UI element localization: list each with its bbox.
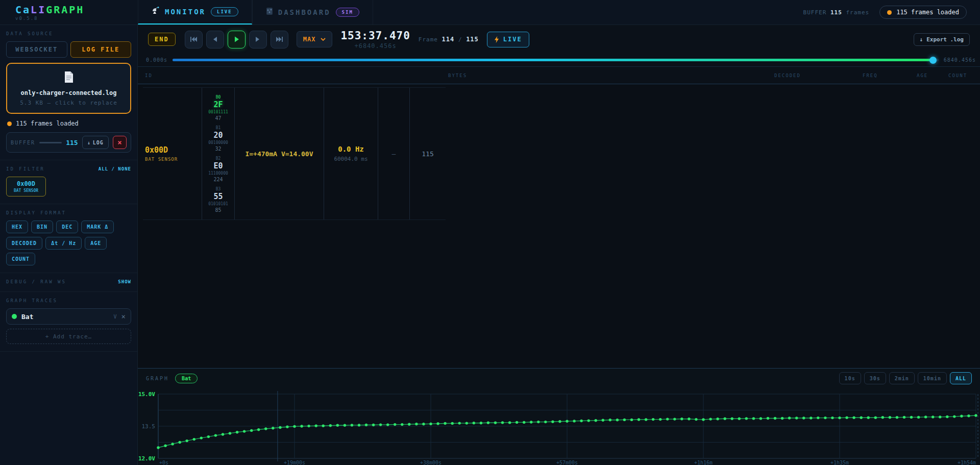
show-debug-link[interactable]: SHOW (118, 279, 131, 284)
app-version: v0.5.8 (15, 16, 138, 21)
toggle-bin[interactable]: BIN (31, 221, 53, 233)
range-10s[interactable]: 10s (839, 372, 861, 384)
buffer-label: BUFFER (11, 140, 35, 145)
toggle-dt-hz[interactable]: Δt / Hz (45, 237, 82, 250)
count-value: 115 (422, 150, 433, 158)
toggle-count[interactable]: COUNT (6, 253, 35, 265)
svg-text:+57m00s: +57m00s (556, 460, 578, 465)
speed-select[interactable]: MAX (297, 31, 333, 47)
live-badge: LIVE (211, 7, 238, 16)
tab-dashboard-label: DASHBOARD (278, 8, 331, 16)
sim-badge: SIM (336, 8, 359, 17)
skip-end-icon (276, 36, 283, 43)
header-freq: FREQ (863, 73, 878, 78)
svg-text:15.0V: 15.0V (138, 391, 155, 398)
header-id: ID (145, 73, 153, 78)
toggle-mark-delta[interactable]: MARK Δ (81, 221, 114, 233)
trace-color-dot (12, 314, 17, 319)
row-id: 0x00D (145, 145, 202, 155)
table-row[interactable]: 0x00D BAT SENSOR B0 2F 00101111 47 B1 20… (143, 87, 446, 220)
clear-buffer-button[interactable]: × (113, 136, 127, 149)
display-format-title: DISPLAY FORMAT (6, 210, 131, 215)
graph-range-buttons: 10s 30s 2min 10min ALL (839, 372, 972, 384)
timeline-end-label: 6840.456s (944, 57, 976, 63)
svg-text:+0s: +0s (159, 460, 168, 465)
toggle-dec[interactable]: DEC (56, 221, 78, 233)
top-bar: CaLIGRAPH v0.5.8 MONITOR LIVE DASHBOARD … (0, 0, 980, 25)
graph-trace-chip-bat[interactable]: Bat (175, 374, 198, 383)
battery-chart[interactable]: +0s+19m00s+38m00s+57m00s+1h16m+1h35m+1h5… (138, 388, 980, 465)
skip-start-icon (190, 36, 198, 43)
play-button[interactable] (228, 31, 246, 48)
timeline-handle[interactable] (929, 57, 937, 64)
graph-title: GRAPH (146, 376, 169, 381)
chip-id: 0x00D (8, 180, 44, 187)
chip-name: BAT SENSOR (8, 188, 44, 193)
app-logo: CaLIGRAPH v0.5.8 (0, 0, 138, 25)
range-all[interactable]: ALL (950, 372, 972, 384)
svg-text:12.0V: 12.0V (138, 455, 155, 462)
svg-text:+19m00s: +19m00s (284, 460, 305, 465)
graph-panel: GRAPH Bat 10s 30s 2min 10min ALL +0s+19m… (138, 368, 980, 465)
range-10min[interactable]: 10min (918, 372, 947, 384)
log-file-button[interactable]: LOG FILE (70, 41, 132, 58)
header-bytes: BYTES (448, 73, 467, 78)
byte-3: B3 55 01010101 85 (208, 187, 228, 213)
frames-loaded-line: 115 frames loaded (7, 120, 130, 127)
download-icon: ↓ (87, 140, 91, 145)
skip-to-end-button[interactable] (271, 31, 288, 48)
status-dot-icon (887, 10, 892, 15)
download-icon: ↓ (920, 36, 923, 43)
range-2min[interactable]: 2min (889, 372, 915, 384)
toggle-decoded[interactable]: DECODED (6, 237, 42, 250)
row-count-cell: 115 (410, 88, 446, 219)
trace-item-bat[interactable]: Bat V × (6, 308, 131, 325)
log-file-dropzone[interactable]: only-charger-connected.log 5.3 KB — clic… (6, 63, 131, 114)
data-source-title: DATA SOURCE (6, 31, 131, 36)
add-trace-button[interactable]: + Add trace… (6, 329, 131, 344)
debug-title: DEBUG / RAW WS (6, 279, 66, 284)
live-button[interactable]: LIVE (487, 32, 529, 47)
toggle-age[interactable]: AGE (85, 237, 107, 250)
row-age-cell: — (378, 88, 410, 219)
step-forward-button[interactable] (249, 31, 267, 48)
header-count: COUNT (948, 73, 967, 78)
timeline-scrubber[interactable] (173, 59, 939, 61)
logo-part-graph: GRAPH (46, 4, 84, 16)
buffer-value: 115 (66, 139, 78, 146)
step-back-button[interactable] (206, 31, 224, 48)
buffer-panel: BUFFER 115 ↓ LOG × (6, 132, 131, 153)
remove-trace-icon[interactable]: × (121, 312, 126, 321)
time-display: 153:37.470 +6840.456s (340, 30, 410, 50)
header-decoded: DECODED (774, 73, 801, 78)
debug-section: DEBUG / RAW WS SHOW (0, 273, 137, 292)
graph-traces-section: GRAPH TRACES Bat V × + Add trace… (0, 292, 137, 352)
tab-dashboard[interactable]: DASHBOARD SIM (252, 0, 373, 25)
header-age: AGE (917, 73, 928, 78)
step-forward-icon (255, 36, 261, 43)
status-dot-icon (7, 121, 12, 126)
export-log-button[interactable]: ↓ Export .log (914, 33, 970, 46)
byte-0: B0 2F 00101111 47 (208, 95, 228, 121)
svg-text:+38m00s: +38m00s (420, 460, 442, 465)
svg-text:+1h54m: +1h54m (958, 460, 976, 465)
close-icon: × (117, 138, 121, 146)
range-30s[interactable]: 30s (864, 372, 886, 384)
id-filter-chip-0x00d[interactable]: 0x00D BAT SENSOR (6, 177, 46, 197)
buffer-slider[interactable] (39, 142, 62, 143)
byte-2: B2 E0 11100000 224 (208, 156, 228, 182)
tab-monitor[interactable]: MONITOR LIVE (138, 0, 252, 25)
frames-loaded-text: 115 frames loaded (896, 9, 959, 16)
toggle-hex[interactable]: HEX (6, 221, 28, 233)
jump-to-end-button[interactable]: END (148, 33, 176, 46)
download-log-button[interactable]: ↓ LOG (82, 136, 109, 149)
svg-text:+1h35m: +1h35m (830, 460, 849, 465)
websocket-button[interactable]: WEBSOCKET (6, 41, 67, 58)
speed-value: MAX (303, 36, 316, 43)
row-freq-cell: 0.0 Hz 60004.0 ms (324, 88, 378, 219)
sidebar: DATA SOURCE WEBSOCKET LOG FILE only-char… (0, 25, 138, 465)
all-none-link[interactable]: ALL / NONE (99, 166, 131, 172)
log-file-name: only-charger-connected.log (11, 89, 126, 96)
age-value: — (392, 150, 396, 158)
skip-to-start-button[interactable] (185, 31, 203, 48)
